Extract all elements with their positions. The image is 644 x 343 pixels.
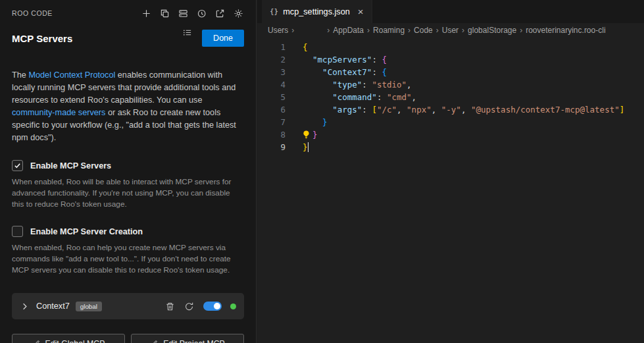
- line-number: 6: [257, 103, 285, 116]
- code-token: "-y": [441, 105, 461, 115]
- refresh-icon[interactable]: [184, 302, 194, 311]
- done-button[interactable]: Done: [202, 30, 244, 47]
- mcp-servers-checkbox[interactable]: [12, 160, 23, 171]
- code-token: :: [372, 67, 382, 77]
- breadcrumb-item[interactable]: Code: [414, 26, 433, 35]
- code-line: 4 "type": "stdio",: [257, 78, 644, 91]
- check-icon: [14, 162, 21, 169]
- title-row-actions: Done: [182, 30, 244, 47]
- code-token: [303, 67, 322, 77]
- chevron-right-icon[interactable]: [20, 302, 30, 311]
- breadcrumb-item[interactable]: Users: [268, 26, 288, 35]
- open-in-editor-icon[interactable]: [214, 8, 226, 19]
- code-line-content: }: [303, 128, 318, 141]
- code-line: 9}: [257, 141, 644, 153]
- code-token: [303, 80, 332, 90]
- server-name: Context7: [36, 302, 70, 311]
- checkbox-label: Enable MCP Server Creation: [30, 227, 143, 236]
- breadcrumb-item[interactable]: Roaming: [373, 26, 405, 35]
- lightbulb-icon[interactable]: [301, 130, 311, 140]
- server-scope-badge: global: [76, 302, 102, 311]
- breadcrumb-separator-icon: ›: [462, 26, 464, 35]
- code-token: }: [312, 130, 318, 140]
- breadcrumb-item[interactable]: User: [442, 26, 458, 35]
- code-token: [303, 117, 322, 127]
- editor-area: {} mcp_settings.json × Users››AppData›Ro…: [257, 0, 644, 343]
- code-token: "command": [332, 92, 377, 102]
- page-title: MCP Servers: [12, 33, 72, 44]
- tab-bar: {} mcp_settings.json ×: [257, 0, 644, 23]
- history-icon[interactable]: [196, 8, 207, 19]
- edit-project-label: Edit Project MCP: [163, 339, 225, 343]
- breadcrumb: Users››AppData›Roaming›Code›User›globalS…: [257, 23, 644, 38]
- code-line-content: "Context7": {: [303, 66, 387, 78]
- line-number: 3: [257, 66, 285, 78]
- code-token: ,: [432, 105, 441, 115]
- list-unordered-icon[interactable]: [182, 27, 193, 38]
- panel-toolbar: [141, 8, 244, 19]
- code-token: :: [377, 92, 387, 102]
- breadcrumb-item[interactable]: globalStorage: [468, 26, 516, 35]
- title-row: MCP Servers Done: [12, 30, 244, 47]
- breadcrumb-separator-icon: ›: [520, 26, 522, 35]
- code-editor[interactable]: 1{2 "mcpServers": {3 "Context7": {4 "typ…: [257, 41, 644, 153]
- code-token: {: [382, 67, 387, 77]
- line-number: 7: [257, 116, 285, 128]
- enable-mcp-servers-checkbox-row[interactable]: Enable MCP Servers: [12, 160, 244, 171]
- panel-header: ROO CODE: [12, 6, 244, 20]
- server-row-context7[interactable]: Context7 global: [12, 293, 244, 319]
- checkbox-description: When enabled, Roo will be able to intera…: [12, 176, 244, 210]
- code-token: "/c": [377, 105, 397, 115]
- checkbox-label: Enable MCP Servers: [30, 161, 111, 171]
- code-token: [: [372, 105, 377, 115]
- intro-link[interactable]: Model Context Protocol: [28, 70, 115, 80]
- code-token: "type": [332, 80, 362, 90]
- tab-mcp-settings-json[interactable]: {} mcp_settings.json ×: [262, 0, 372, 23]
- code-token: "cmd": [387, 92, 412, 102]
- line-number: 8: [257, 128, 285, 141]
- line-number: 5: [257, 91, 285, 103]
- enable-mcp-servers-group: Enable MCP Servers When enabled, Roo wil…: [12, 160, 244, 210]
- breadcrumb-separator-icon: ›: [436, 26, 439, 35]
- breadcrumb-separator-icon: ›: [327, 26, 330, 35]
- trash-icon[interactable]: [165, 302, 175, 311]
- code-line: 7 }: [257, 116, 644, 128]
- intro-link[interactable]: community-made servers: [12, 108, 105, 117]
- mcp-server-icon[interactable]: [178, 8, 189, 19]
- code-line-content: "mcpServers": {: [303, 53, 387, 66]
- intro-text-segment: The: [12, 70, 28, 80]
- server-enabled-toggle[interactable]: [203, 302, 222, 311]
- enable-mcp-creation-group: Enable MCP Server Creation When enabled,…: [12, 226, 244, 276]
- brand-label: ROO CODE: [12, 9, 53, 17]
- code-line-content: }: [303, 141, 309, 153]
- code-token: }: [303, 142, 308, 152]
- breadcrumb-separator-icon: ›: [291, 26, 294, 35]
- intro-text: The Model Context Protocol enables commu…: [12, 69, 244, 144]
- copy-pages-icon[interactable]: [159, 8, 170, 19]
- code-line: 5 "command": "cmd",: [257, 91, 644, 103]
- code-token: :: [362, 105, 372, 115]
- code-line: 1{: [257, 41, 644, 53]
- breadcrumb-item[interactable]: rooveterinaryinc.roo-cli: [526, 26, 605, 35]
- enable-mcp-creation-checkbox-row[interactable]: Enable MCP Server Creation: [12, 226, 244, 237]
- edit-global-mcp-button[interactable]: Edit Global MCP: [12, 334, 125, 343]
- breadcrumb-item[interactable]: AppData: [333, 26, 364, 35]
- pencil-icon: [32, 340, 40, 343]
- code-token: "Context7": [322, 67, 372, 77]
- code-line-content: }: [303, 116, 328, 128]
- code-line: 8 }: [257, 128, 644, 141]
- breadcrumb-separator-icon: ›: [367, 26, 370, 35]
- code-token: "args": [332, 105, 362, 115]
- gear-icon[interactable]: [233, 8, 244, 19]
- edit-project-mcp-button[interactable]: Edit Project MCP: [131, 334, 244, 343]
- code-token: :: [372, 55, 382, 65]
- mcp-creation-checkbox[interactable]: [12, 226, 23, 237]
- new-task-plus-icon[interactable]: [141, 8, 152, 19]
- code-line-content: "command": "cmd",: [303, 91, 416, 103]
- code-line-content: "type": "stdio",: [303, 78, 412, 91]
- edit-global-label: Edit Global MCP: [45, 339, 105, 343]
- code-line: 2 "mcpServers": {: [257, 53, 644, 66]
- code-line: 3 "Context7": {: [257, 66, 644, 78]
- breadcrumb-separator-icon: ›: [408, 26, 410, 35]
- tab-close-icon[interactable]: ×: [358, 7, 364, 16]
